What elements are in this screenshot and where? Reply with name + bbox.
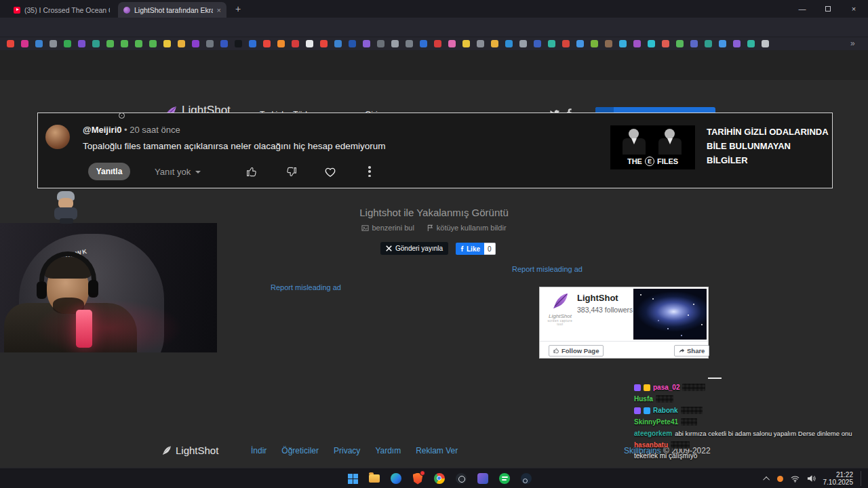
find-similar-link[interactable]: benzerini bul bbox=[361, 224, 414, 232]
footer-link-tutorials[interactable]: Öğreticiler bbox=[281, 446, 319, 455]
red-light-glow bbox=[34, 299, 183, 352]
bookmark-favicon[interactable] bbox=[163, 40, 171, 47]
bookmark-favicon[interactable] bbox=[448, 40, 456, 47]
bookmark-favicon[interactable] bbox=[21, 40, 28, 47]
fb-page-name[interactable]: LightShot bbox=[577, 293, 618, 303]
footer-link-download[interactable]: İndir bbox=[251, 446, 267, 455]
thumbnail-caption-text: TARİHİN GİZLİ ODALARINDA BİLE BULUNMAYAN… bbox=[707, 125, 833, 167]
file-explorer-button[interactable] bbox=[366, 470, 382, 487]
bookmark-favicon[interactable] bbox=[363, 40, 370, 47]
bookmark-favicon[interactable] bbox=[334, 40, 342, 47]
bookmark-favicon[interactable] bbox=[519, 40, 527, 47]
bookmark-favicon[interactable] bbox=[306, 40, 313, 47]
bookmark-favicon[interactable] bbox=[50, 40, 57, 47]
bookmark-favicon[interactable] bbox=[263, 40, 271, 47]
bookmark-favicon[interactable] bbox=[576, 40, 584, 47]
speaker-icon[interactable] bbox=[807, 474, 816, 483]
new-tab-button[interactable]: + bbox=[232, 3, 244, 16]
bookmark-favicon[interactable] bbox=[235, 40, 242, 47]
bookmark-favicon[interactable] bbox=[7, 40, 14, 47]
bookmark-favicon[interactable] bbox=[220, 40, 228, 47]
window-close-button[interactable]: × bbox=[841, 0, 867, 18]
footer-link-advertise[interactable]: Reklam Ver bbox=[416, 446, 458, 455]
bookmark-favicon[interactable] bbox=[149, 40, 157, 47]
bookmark-favicon[interactable] bbox=[705, 40, 712, 47]
bookmark-favicon[interactable] bbox=[662, 40, 669, 47]
bookmark-favicon[interactable] bbox=[676, 40, 684, 47]
bookmark-favicon[interactable] bbox=[64, 40, 71, 47]
tab-close-icon[interactable]: × bbox=[217, 6, 221, 14]
bookmarks-list bbox=[7, 40, 769, 47]
mouse-cursor bbox=[119, 113, 125, 119]
bookmark-favicon[interactable] bbox=[633, 40, 641, 47]
bookmark-favicon[interactable] bbox=[719, 40, 726, 47]
brave-button[interactable] bbox=[410, 470, 426, 487]
bookmark-favicon[interactable] bbox=[505, 40, 513, 47]
bookmark-favicon[interactable] bbox=[78, 40, 85, 47]
chrome-button[interactable] bbox=[431, 470, 448, 487]
bookmark-favicon[interactable] bbox=[249, 40, 256, 47]
bookmark-favicon[interactable] bbox=[406, 40, 413, 47]
footer-link-privacy[interactable]: Privacy bbox=[334, 446, 360, 455]
window-maximize-button[interactable] bbox=[815, 0, 841, 18]
bookmark-favicon[interactable] bbox=[591, 40, 598, 47]
thumbs-up-icon bbox=[553, 348, 559, 354]
bookmark-favicon[interactable] bbox=[534, 40, 541, 47]
bookmark-favicon[interactable] bbox=[434, 40, 441, 47]
window-minimize-button[interactable]: — bbox=[789, 0, 815, 18]
bookmark-favicon[interactable] bbox=[135, 40, 142, 47]
tray-app-icon[interactable] bbox=[777, 476, 783, 482]
bookmark-favicon[interactable] bbox=[377, 40, 384, 47]
footer-link-help[interactable]: Yardım bbox=[375, 446, 401, 455]
bookmark-favicon[interactable] bbox=[733, 40, 741, 47]
bookmark-favicon[interactable] bbox=[121, 40, 128, 47]
start-button[interactable] bbox=[344, 470, 361, 487]
bookmark-favicon[interactable] bbox=[92, 40, 100, 47]
report-ad-link[interactable]: Report misleading ad bbox=[512, 265, 583, 273]
app-button[interactable] bbox=[475, 470, 491, 487]
report-ad-link[interactable]: Report misleading ad bbox=[271, 283, 341, 291]
tray-overflow-icon[interactable] bbox=[763, 476, 770, 483]
bookmark-favicon[interactable] bbox=[35, 40, 43, 47]
tab-lightshot-active[interactable]: LightShot tarafından Ekran Görü... × bbox=[118, 2, 226, 18]
bookmark-favicon[interactable] bbox=[762, 40, 769, 47]
bookmark-favicon[interactable] bbox=[491, 40, 498, 47]
bookmark-favicon[interactable] bbox=[349, 40, 356, 47]
bookmark-favicon[interactable] bbox=[178, 40, 185, 47]
bookmark-favicon[interactable] bbox=[548, 40, 555, 47]
taskbar-clock[interactable]: 21:22 7.10.2025 bbox=[823, 471, 854, 487]
footer-logo[interactable]: LightShot bbox=[161, 445, 218, 456]
folder-icon bbox=[369, 474, 380, 483]
edge-button[interactable] bbox=[388, 470, 404, 487]
bookmark-favicon[interactable] bbox=[391, 40, 399, 47]
obs-button[interactable] bbox=[453, 470, 469, 487]
bookmark-favicon[interactable] bbox=[619, 40, 627, 47]
bookmarks-overflow-icon[interactable]: » bbox=[850, 39, 855, 48]
share-button[interactable]: Share bbox=[674, 345, 709, 357]
bookmark-favicon[interactable] bbox=[605, 40, 612, 47]
spotify-button[interactable] bbox=[496, 470, 513, 487]
bookmark-favicon[interactable] bbox=[192, 40, 199, 47]
bookmark-favicon[interactable] bbox=[320, 40, 328, 47]
bookmark-favicon[interactable] bbox=[462, 40, 470, 47]
chat-message: pasa_02 bbox=[634, 382, 868, 393]
bookmark-favicon[interactable] bbox=[277, 40, 285, 47]
x-post-button[interactable]: Gönderi yayınla bbox=[380, 242, 448, 255]
facebook-like-button[interactable]: Like 0 bbox=[456, 243, 496, 255]
bookmark-favicon[interactable] bbox=[206, 40, 214, 47]
bookmark-favicon[interactable] bbox=[562, 40, 570, 47]
report-abuse-link[interactable]: kötüye kullanım bildir bbox=[427, 224, 507, 232]
bookmark-favicon[interactable] bbox=[747, 40, 755, 47]
bookmark-favicon[interactable] bbox=[477, 40, 484, 47]
bookmark-favicon[interactable] bbox=[292, 40, 299, 47]
bookmark-favicon[interactable] bbox=[648, 40, 655, 47]
steam-button[interactable] bbox=[518, 470, 534, 487]
tab-youtube[interactable]: (35) I Crossed The Ocean On A 1-Sta... bbox=[8, 2, 115, 18]
wifi-icon[interactable] bbox=[791, 475, 800, 483]
shared-screenshot-image[interactable]: @Meijiri0 • 20 saat önce Topaloğlu files… bbox=[37, 113, 833, 188]
bookmark-favicon[interactable] bbox=[106, 40, 114, 47]
bookmark-favicon[interactable] bbox=[420, 40, 427, 47]
follow-page-button[interactable]: Follow Page bbox=[549, 345, 604, 357]
show-desktop-button[interactable] bbox=[861, 471, 863, 486]
bookmark-favicon[interactable] bbox=[690, 40, 698, 47]
